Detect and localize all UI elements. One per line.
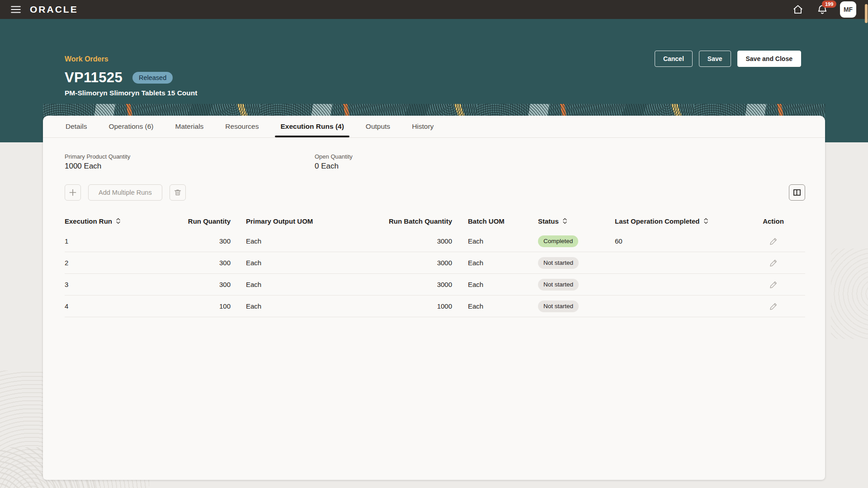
run-quantity-cell: 300 xyxy=(173,237,231,245)
primary-product-quantity-label: Primary Product Quantity xyxy=(65,153,315,160)
batch-uom-cell: Each xyxy=(452,237,538,245)
save-and-close-button[interactable]: Save and Close xyxy=(737,51,802,67)
edit-run-button[interactable] xyxy=(741,280,805,289)
status-badge: Not started xyxy=(538,300,579,312)
table-row: 4 100 Each 1000 Each Not started xyxy=(65,296,805,317)
edit-run-button[interactable] xyxy=(741,237,805,246)
cancel-button[interactable]: Cancel xyxy=(655,51,693,67)
batch-uom-cell: Each xyxy=(452,281,538,288)
delete-run-button[interactable] xyxy=(170,184,186,201)
tab-materials[interactable]: Materials xyxy=(174,116,204,137)
tab-operations[interactable]: Operations (6) xyxy=(108,116,154,137)
status-cell: Not started xyxy=(538,279,615,291)
work-order-description: PM-Slimoryn Slimoryn Tablets 15 Count xyxy=(65,89,197,97)
add-run-button[interactable] xyxy=(65,184,81,201)
pencil-icon xyxy=(769,258,778,267)
execution-run-cell: 3 xyxy=(65,281,173,288)
sort-icon xyxy=(703,217,708,225)
column-header-status[interactable]: Status xyxy=(538,217,615,225)
execution-run-cell: 1 xyxy=(65,237,173,245)
breadcrumb-work-orders-link[interactable]: Work Orders xyxy=(65,55,108,63)
notification-count-badge: 199 xyxy=(822,0,836,8)
batch-uom-cell: Each xyxy=(452,259,538,267)
table-row: 2 300 Each 3000 Each Not started xyxy=(65,252,805,274)
page-title: VP11525 xyxy=(65,70,123,86)
run-quantity-cell: 300 xyxy=(173,259,231,267)
status-cell: Completed xyxy=(538,235,615,247)
pencil-icon xyxy=(769,280,778,289)
primary-output-uom-cell: Each xyxy=(231,259,382,267)
primary-product-quantity-value: 1000 Each xyxy=(65,162,315,171)
status-badge: Not started xyxy=(538,279,579,291)
run-batch-quantity-cell: 3000 xyxy=(382,281,452,288)
tab-bar: Details Operations (6) Materials Resourc… xyxy=(43,116,825,138)
column-header-primary-output-uom: Primary Output UOM xyxy=(231,217,382,225)
tab-outputs[interactable]: Outputs xyxy=(365,116,391,137)
add-multiple-runs-button[interactable]: Add Multiple Runs xyxy=(88,184,162,201)
sort-icon xyxy=(116,217,121,225)
status-cell: Not started xyxy=(538,300,615,312)
run-batch-quantity-cell: 1000 xyxy=(382,302,452,310)
scrollbar-thumb[interactable] xyxy=(865,4,868,23)
column-header-batch-uom: Batch UOM xyxy=(452,217,538,225)
primary-output-uom-cell: Each xyxy=(231,302,382,310)
tab-history[interactable]: History xyxy=(411,116,434,137)
quantity-summary: Primary Product Quantity 1000 Each Open … xyxy=(65,153,805,171)
manage-columns-button[interactable] xyxy=(789,184,805,201)
column-header-action: Action xyxy=(741,217,805,225)
global-header: ORACLE 199 MF xyxy=(0,0,868,19)
plus-icon xyxy=(68,188,77,197)
hamburger-menu-icon[interactable] xyxy=(7,1,24,18)
status-badge: Completed xyxy=(538,235,578,247)
notifications-bell-icon[interactable]: 199 xyxy=(816,3,829,16)
run-batch-quantity-cell: 3000 xyxy=(382,237,452,245)
column-header-last-operation-completed[interactable]: Last Operation Completed xyxy=(615,217,741,225)
tab-resources[interactable]: Resources xyxy=(224,116,259,137)
trash-icon xyxy=(173,188,182,197)
batch-uom-cell: Each xyxy=(452,302,538,310)
columns-icon xyxy=(792,188,802,197)
column-header-run-batch-quantity: Run Batch Quantity xyxy=(382,217,452,225)
last-operation-completed-cell: 60 xyxy=(615,237,741,245)
status-cell: Not started xyxy=(538,257,615,269)
status-badge: Not started xyxy=(538,257,579,269)
background-fingerprint-art xyxy=(831,249,868,339)
save-button[interactable]: Save xyxy=(699,51,731,67)
primary-output-uom-cell: Each xyxy=(231,281,382,288)
tab-details[interactable]: Details xyxy=(65,116,88,137)
page: ORACLE 199 MF Work Orders VP11525 Releas… xyxy=(0,0,868,488)
open-quantity-label: Open Quantity xyxy=(315,153,353,160)
status-badge-released: Released xyxy=(132,72,173,84)
pencil-icon xyxy=(769,237,778,246)
runs-toolbar: Add Multiple Runs xyxy=(65,184,805,201)
oracle-logo[interactable]: ORACLE xyxy=(30,4,78,15)
sort-icon xyxy=(562,217,567,225)
column-header-execution-run[interactable]: Execution Run xyxy=(65,217,173,225)
edit-run-button[interactable] xyxy=(741,302,805,311)
table-row: 3 300 Each 3000 Each Not started xyxy=(65,274,805,296)
user-avatar[interactable]: MF xyxy=(840,1,856,18)
table-row: 1 300 Each 3000 Each Completed 60 xyxy=(65,230,805,252)
run-batch-quantity-cell: 3000 xyxy=(382,259,452,267)
execution-run-cell: 2 xyxy=(65,259,173,267)
open-quantity-value: 0 Each xyxy=(315,162,353,171)
work-order-card: Details Operations (6) Materials Resourc… xyxy=(43,116,825,480)
tab-execution-runs[interactable]: Execution Runs (4) xyxy=(279,116,344,137)
edit-run-button[interactable] xyxy=(741,258,805,267)
run-quantity-cell: 100 xyxy=(173,302,231,310)
execution-run-cell: 4 xyxy=(65,302,173,310)
home-icon[interactable] xyxy=(791,3,805,16)
pencil-icon xyxy=(769,302,778,311)
primary-output-uom-cell: Each xyxy=(231,237,382,245)
run-quantity-cell: 300 xyxy=(173,281,231,288)
table-header: Execution Run Run Quantity Primary Outpu… xyxy=(65,211,805,230)
column-header-run-quantity: Run Quantity xyxy=(173,217,231,225)
